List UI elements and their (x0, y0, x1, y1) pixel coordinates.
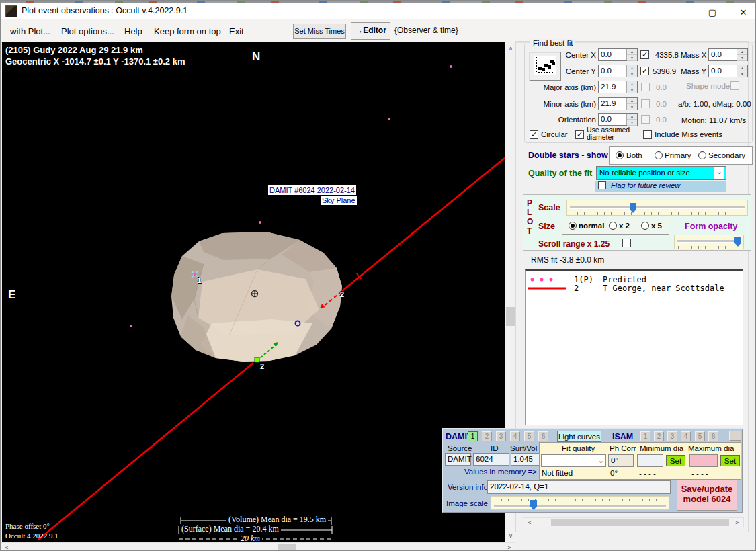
mass-x-spinner[interactable]: ▲▼ (737, 49, 747, 60)
spin-down-icon[interactable]: ▼ (627, 104, 637, 110)
form-opacity-slider[interactable] (674, 235, 744, 249)
size-radio-normal[interactable] (569, 222, 577, 230)
legend-row2-num[interactable]: 2 (574, 284, 579, 293)
mass-x-value[interactable]: 0.0 (709, 49, 737, 60)
scroll-down-button[interactable]: ∨ (506, 531, 515, 540)
minor-axis-value[interactable]: 21.9 (599, 98, 626, 110)
center-x-input[interactable]: 0.0 ▲▼ (598, 48, 638, 61)
light-curves-button[interactable]: Light curves (557, 431, 601, 442)
spin-up-icon[interactable]: ▲ (627, 81, 637, 87)
spin-up-icon[interactable]: ▲ (737, 49, 747, 55)
maximize-button[interactable]: ▢ (702, 6, 723, 19)
minor-axis-input[interactable]: 21.9 ▲▼ (598, 97, 638, 110)
spin-down-icon[interactable]: ▼ (737, 71, 747, 77)
center-y-spinner[interactable]: ▲▼ (626, 65, 637, 77)
scroll-up-button[interactable]: ∧ (506, 44, 515, 53)
close-button[interactable]: ✕ (732, 6, 754, 19)
include-miss-events-checkbox[interactable] (643, 130, 652, 139)
center-y-input[interactable]: 0.0 ▲▼ (598, 65, 638, 77)
damit-model-button-1[interactable]: 1 (468, 431, 478, 441)
center-y-value[interactable]: 0.0 (599, 65, 626, 77)
source-value[interactable]: DAMIT (445, 453, 471, 466)
scroll-left-button[interactable]: < (2, 543, 11, 551)
minimize-button[interactable]: — (669, 6, 691, 19)
isam-model-button-1[interactable]: 1 (640, 431, 650, 441)
size-radio-x5[interactable] (641, 222, 649, 230)
flag-review-checkbox[interactable] (598, 181, 606, 189)
plot-vscroll-thumb[interactable] (506, 307, 515, 326)
panel-hscroll-thumb[interactable] (551, 519, 729, 526)
orientation-spinner[interactable]: ▲▼ (626, 114, 637, 125)
scroll-range-checkbox[interactable] (622, 239, 631, 247)
double-stars-radio-primary[interactable] (655, 151, 663, 159)
scale-slider[interactable] (566, 200, 748, 216)
min-dia-input[interactable] (637, 454, 663, 467)
panel-scroll-right-button[interactable]: > (732, 518, 742, 527)
isam-model-button-5[interactable]: 5 (695, 431, 705, 441)
use-assumed-diameter-checkbox[interactable]: ✓ (575, 130, 584, 139)
legend-row1-name[interactable]: Predicted (603, 275, 646, 284)
form-opacity-thumb[interactable] (734, 237, 741, 247)
size-radio-x2[interactable] (609, 222, 617, 230)
save-update-button[interactable]: Save/update model 6024 (677, 480, 737, 511)
damit-model-button-5[interactable]: 5 (524, 431, 534, 441)
min-dia-set-button[interactable]: Set (666, 455, 685, 466)
legend-row2-name[interactable]: T George, near Scottsdale (603, 284, 724, 293)
orientation-value[interactable]: 0.0 (599, 114, 626, 125)
id-value[interactable]: 6024 (473, 453, 509, 466)
max-dia-input[interactable] (689, 454, 718, 467)
damit-model-button-2[interactable]: 2 (482, 431, 492, 441)
menu-item-help[interactable]: Help (124, 26, 142, 36)
legend-listbox[interactable]: 1(P) Predicted 2 T George, near Scottsda… (525, 269, 743, 425)
menu-item-with-plot[interactable]: with Plot... (10, 26, 50, 36)
damit-model-button-3[interactable]: 3 (496, 431, 506, 441)
spin-up-icon[interactable]: ▲ (737, 65, 747, 71)
scale-slider-thumb[interactable] (630, 203, 636, 213)
menu-item-keep-form-on-top[interactable]: Keep form on top (154, 26, 221, 36)
center-x-fit-checkbox[interactable]: ✓ (640, 50, 649, 59)
spin-down-icon[interactable]: ▼ (627, 87, 637, 93)
mass-y-value[interactable]: 0.0 (709, 65, 737, 77)
max-dia-set-button[interactable]: Set (720, 455, 740, 466)
image-scale-thumb[interactable] (530, 500, 537, 510)
double-stars-radio-both[interactable] (616, 151, 624, 159)
dropdown-icon[interactable]: ⌄ (598, 456, 604, 465)
center-x-value[interactable]: 0.0 (599, 49, 626, 60)
panel-hscrollbar[interactable]: < > (523, 517, 744, 527)
isam-model-button-6[interactable]: 6 (708, 431, 718, 441)
plot-hscroll-thumb[interactable] (278, 544, 296, 551)
menu-item-exit[interactable]: Exit (229, 26, 244, 36)
mass-x-input[interactable]: 0.0 ▲▼ (708, 48, 748, 61)
spin-down-icon[interactable]: ▼ (627, 55, 637, 61)
scroll-right-button[interactable]: > (505, 543, 514, 551)
mass-y-input[interactable]: 0.0 ▲▼ (708, 65, 748, 77)
double-stars-radio-secondary[interactable] (698, 151, 706, 159)
legend-row1-num[interactable]: 1(P) (574, 275, 593, 284)
spin-up-icon[interactable]: ▲ (627, 65, 637, 71)
surfvol-value[interactable]: 1.045 (511, 453, 540, 466)
version-info-input[interactable]: 2022-02-14, Q=1 (487, 480, 671, 494)
spin-down-icon[interactable]: ▼ (627, 120, 637, 126)
extra-model-button[interactable] (729, 431, 741, 441)
plot-hscrollbar[interactable]: < > (1, 542, 515, 551)
spin-up-icon[interactable]: ▲ (627, 98, 637, 104)
dropdown-icon[interactable]: ⌄ (714, 167, 724, 179)
panel-scroll-left-button[interactable]: < (525, 518, 534, 527)
quality-dropdown[interactable]: No reliable position or size ⌄ (596, 166, 726, 180)
orientation-input[interactable]: 0.0 ▲▼ (598, 113, 638, 126)
major-axis-value[interactable]: 21.9 (599, 81, 626, 93)
editor-button[interactable]: →Editor (351, 22, 390, 40)
spin-up-icon[interactable]: ▲ (627, 114, 637, 120)
damit-model-button-6[interactable]: 6 (538, 431, 548, 441)
set-miss-times-button[interactable]: Set Miss Times (293, 24, 346, 39)
damit-model-button-4[interactable]: 4 (510, 431, 520, 441)
center-x-spinner[interactable]: ▲▼ (626, 49, 637, 60)
spin-down-icon[interactable]: ▼ (737, 55, 747, 61)
center-y-fit-checkbox[interactable]: ✓ (640, 67, 649, 75)
circular-checkbox[interactable]: ✓ (530, 130, 538, 139)
spin-down-icon[interactable]: ▼ (627, 71, 637, 77)
isam-model-button-3[interactable]: 3 (667, 431, 677, 441)
menu-item-plot-options[interactable]: Plot options... (61, 26, 114, 36)
isam-model-button-2[interactable]: 2 (654, 431, 664, 441)
ph-corr-input[interactable]: 0° (608, 454, 634, 467)
